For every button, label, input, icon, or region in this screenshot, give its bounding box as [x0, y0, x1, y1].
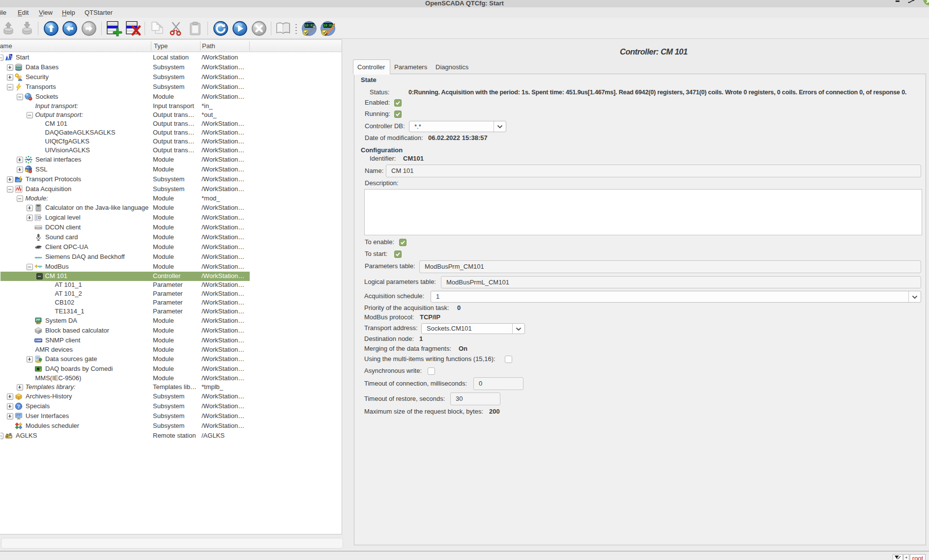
svg-text:DCON: DCON: [35, 226, 42, 229]
svg-text:SNMP: SNMP: [35, 339, 41, 342]
svg-text:10:01: 10:01: [323, 24, 333, 28]
svg-text:?: ?: [18, 404, 20, 409]
svg-text:SIEMENS: SIEMENS: [35, 256, 42, 259]
